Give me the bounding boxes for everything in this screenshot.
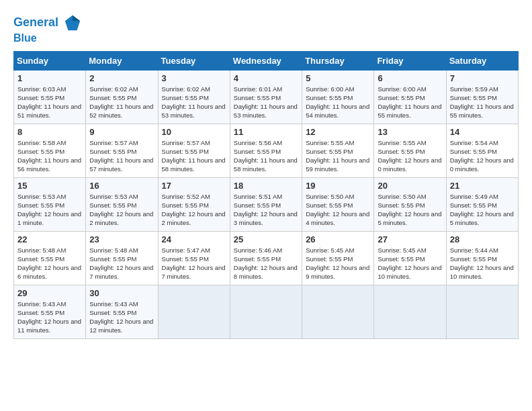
day-number: 8 [17,127,82,137]
day-number: 6 [378,73,442,83]
calendar-cell: 27Sunrise: 5:45 AMSunset: 5:55 PMDayligh… [374,231,446,285]
calendar-cell: 6Sunrise: 6:00 AMSunset: 5:55 PMDaylight… [374,70,446,124]
calendar-cell: 1Sunrise: 6:03 AMSunset: 5:55 PMDaylight… [14,70,86,124]
calendar-cell: 29Sunrise: 5:43 AMSunset: 5:55 PMDayligh… [14,285,86,338]
calendar-cell: 12Sunrise: 5:55 AMSunset: 5:55 PMDayligh… [302,124,374,177]
calendar-cell: 24Sunrise: 5:47 AMSunset: 5:55 PMDayligh… [158,231,230,285]
calendar-table: SundayMondayTuesdayWednesdayThursdayFrid… [13,51,519,339]
calendar-cell: 11Sunrise: 5:56 AMSunset: 5:55 PMDayligh… [230,124,302,177]
calendar-cell: 26Sunrise: 5:45 AMSunset: 5:55 PMDayligh… [302,231,374,285]
header-cell-saturday: Saturday [446,51,518,70]
day-number: 29 [17,288,82,298]
day-info: Sunrise: 5:53 AMSunset: 5:55 PMDaylight:… [17,192,82,228]
header-cell-wednesday: Wednesday [230,51,302,70]
calendar-cell [446,285,518,338]
day-info: Sunrise: 5:55 AMSunset: 5:55 PMDaylight:… [306,138,370,174]
calendar-cell [374,285,446,338]
calendar-cell [158,285,230,338]
day-info: Sunrise: 5:59 AMSunset: 5:55 PMDaylight:… [450,85,515,120]
header-row: SundayMondayTuesdayWednesdayThursdayFrid… [14,51,519,70]
day-info: Sunrise: 6:01 AMSunset: 5:55 PMDaylight:… [234,85,298,120]
day-info: Sunrise: 6:02 AMSunset: 5:55 PMDaylight:… [162,85,226,120]
logo-text: General [13,13,82,32]
calendar-cell: 28Sunrise: 5:44 AMSunset: 5:55 PMDayligh… [446,231,518,285]
day-number: 30 [89,288,154,298]
day-number: 15 [17,181,82,191]
day-info: Sunrise: 6:02 AMSunset: 5:55 PMDaylight:… [89,85,154,120]
calendar-cell: 20Sunrise: 5:50 AMSunset: 5:55 PMDayligh… [374,177,446,231]
day-info: Sunrise: 6:00 AMSunset: 5:55 PMDaylight:… [378,85,442,120]
day-number: 5 [306,73,370,83]
day-number: 16 [89,181,154,191]
calendar-cell [302,285,374,338]
day-info: Sunrise: 5:53 AMSunset: 5:55 PMDaylight:… [89,192,154,228]
calendar-cell: 10Sunrise: 5:57 AMSunset: 5:55 PMDayligh… [158,124,230,177]
day-number: 18 [234,181,298,191]
calendar-cell: 30Sunrise: 5:43 AMSunset: 5:55 PMDayligh… [86,285,158,338]
calendar-cell: 16Sunrise: 5:53 AMSunset: 5:55 PMDayligh… [86,177,158,231]
calendar-cell [230,285,302,338]
calendar-week-3: 15Sunrise: 5:53 AMSunset: 5:55 PMDayligh… [14,177,519,231]
header-cell-friday: Friday [374,51,446,70]
calendar-cell: 21Sunrise: 5:49 AMSunset: 5:55 PMDayligh… [446,177,518,231]
calendar-cell: 8Sunrise: 5:58 AMSunset: 5:55 PMDaylight… [14,124,86,177]
page-header: General Blue [13,13,519,44]
svg-marker-1 [73,15,80,21]
calendar-cell: 3Sunrise: 6:02 AMSunset: 5:55 PMDaylight… [158,70,230,124]
day-info: Sunrise: 5:50 AMSunset: 5:55 PMDaylight:… [378,192,442,228]
calendar-cell: 15Sunrise: 5:53 AMSunset: 5:55 PMDayligh… [14,177,86,231]
day-info: Sunrise: 5:45 AMSunset: 5:55 PMDaylight:… [378,246,442,281]
calendar-cell: 13Sunrise: 5:55 AMSunset: 5:55 PMDayligh… [374,124,446,177]
calendar-week-1: 1Sunrise: 6:03 AMSunset: 5:55 PMDaylight… [14,70,519,124]
day-info: Sunrise: 5:54 AMSunset: 5:55 PMDaylight:… [450,138,515,174]
header-cell-thursday: Thursday [302,51,374,70]
calendar-cell: 4Sunrise: 6:01 AMSunset: 5:55 PMDaylight… [230,70,302,124]
calendar-week-4: 22Sunrise: 5:48 AMSunset: 5:55 PMDayligh… [14,231,519,285]
day-number: 25 [234,234,298,244]
day-number: 20 [378,181,442,191]
day-info: Sunrise: 5:57 AMSunset: 5:55 PMDaylight:… [162,138,226,174]
day-info: Sunrise: 5:45 AMSunset: 5:55 PMDaylight:… [306,246,370,281]
day-number: 21 [450,181,515,191]
calendar-cell: 22Sunrise: 5:48 AMSunset: 5:55 PMDayligh… [14,231,86,285]
day-number: 9 [89,127,154,137]
day-info: Sunrise: 5:52 AMSunset: 5:55 PMDaylight:… [162,192,226,228]
calendar-cell: 25Sunrise: 5:46 AMSunset: 5:55 PMDayligh… [230,231,302,285]
header-cell-monday: Monday [86,51,158,70]
calendar-cell: 7Sunrise: 5:59 AMSunset: 5:55 PMDaylight… [446,70,518,124]
day-info: Sunrise: 5:55 AMSunset: 5:55 PMDaylight:… [378,138,442,174]
calendar-week-2: 8Sunrise: 5:58 AMSunset: 5:55 PMDaylight… [14,124,519,177]
header-cell-sunday: Sunday [14,51,86,70]
day-info: Sunrise: 5:47 AMSunset: 5:55 PMDaylight:… [162,246,226,281]
day-number: 10 [162,127,226,137]
calendar-cell: 5Sunrise: 6:00 AMSunset: 5:55 PMDaylight… [302,70,374,124]
day-info: Sunrise: 6:00 AMSunset: 5:55 PMDaylight:… [306,85,370,120]
day-info: Sunrise: 6:03 AMSunset: 5:55 PMDaylight:… [17,85,82,120]
day-number: 22 [17,234,82,244]
day-number: 11 [234,127,298,137]
day-number: 23 [89,234,154,244]
day-number: 26 [306,234,370,244]
day-number: 19 [306,181,370,191]
day-info: Sunrise: 5:46 AMSunset: 5:55 PMDaylight:… [234,246,298,281]
day-info: Sunrise: 5:50 AMSunset: 5:55 PMDaylight:… [306,192,370,228]
calendar-cell: 18Sunrise: 5:51 AMSunset: 5:55 PMDayligh… [230,177,302,231]
day-number: 28 [450,234,515,244]
day-number: 4 [234,73,298,83]
calendar-cell: 2Sunrise: 6:02 AMSunset: 5:55 PMDaylight… [86,70,158,124]
day-info: Sunrise: 5:44 AMSunset: 5:55 PMDaylight:… [450,246,515,281]
day-number: 2 [89,73,154,83]
day-number: 13 [378,127,442,137]
day-number: 1 [17,73,82,83]
calendar-week-5: 29Sunrise: 5:43 AMSunset: 5:55 PMDayligh… [14,285,519,338]
day-info: Sunrise: 5:48 AMSunset: 5:55 PMDaylight:… [17,246,82,281]
logo: General Blue [13,13,82,44]
day-info: Sunrise: 5:51 AMSunset: 5:55 PMDaylight:… [234,192,298,228]
day-number: 17 [162,181,226,191]
day-info: Sunrise: 5:57 AMSunset: 5:55 PMDaylight:… [89,138,154,174]
day-info: Sunrise: 5:56 AMSunset: 5:55 PMDaylight:… [234,138,298,174]
day-number: 12 [306,127,370,137]
day-info: Sunrise: 5:43 AMSunset: 5:55 PMDaylight:… [17,300,82,335]
day-info: Sunrise: 5:43 AMSunset: 5:55 PMDaylight:… [89,300,154,335]
day-info: Sunrise: 5:48 AMSunset: 5:55 PMDaylight:… [89,246,154,281]
